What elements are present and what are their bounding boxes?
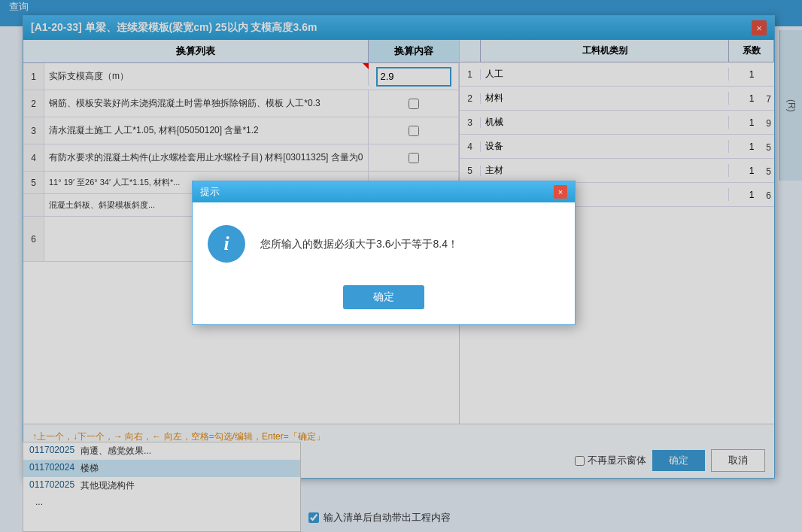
alert-icon: i	[208, 225, 245, 263]
alert-footer: 确定	[193, 278, 575, 324]
alert-confirm-button[interactable]: 确定	[343, 285, 424, 309]
alert-message: 您所输入的数据必须大于3.6小于等于8.4！	[260, 236, 458, 252]
alert-title-text: 提示	[200, 185, 220, 199]
alert-body: i 您所输入的数据必须大于3.6小于等于8.4！	[193, 202, 575, 278]
info-icon: i	[223, 233, 229, 255]
alert-close-button[interactable]: ×	[554, 185, 567, 199]
alert-titlebar: 提示 ×	[193, 181, 575, 202]
alert-dialog: 提示 × i 您所输入的数据必须大于3.6小于等于8.4！ 确定	[192, 181, 576, 325]
